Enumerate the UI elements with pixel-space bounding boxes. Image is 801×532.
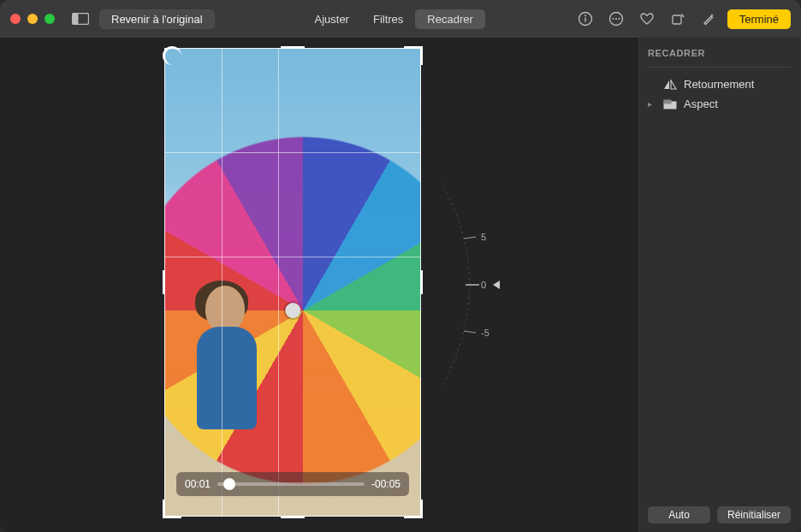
trim-track[interactable] bbox=[217, 482, 365, 486]
canvas-area: 00:01 -00:05 5 0 -5 bbox=[0, 38, 637, 532]
sidebar-toggle-icon[interactable] bbox=[68, 9, 92, 29]
edit-mode-tabs: Ajuster Filtres Recadrer bbox=[302, 9, 484, 29]
svg-point-7 bbox=[615, 18, 617, 20]
sidebar-footer: Auto Réinitialiser bbox=[648, 506, 791, 523]
svg-rect-9 bbox=[673, 15, 681, 24]
done-button[interactable]: Terminé bbox=[727, 9, 791, 29]
tab-adjust[interactable]: Ajuster bbox=[302, 9, 360, 29]
crop-handle-top-left[interactable] bbox=[163, 46, 181, 65]
trim-elapsed-label: 00:01 bbox=[185, 478, 211, 490]
dial-tick-zero: 0 bbox=[481, 280, 486, 290]
window-controls bbox=[10, 14, 55, 24]
crop-handle-top-right[interactable] bbox=[404, 46, 423, 65]
sidebar-item-label: Retournement bbox=[684, 78, 754, 91]
sidebar-title: RECADRER bbox=[648, 48, 791, 62]
revert-to-original-button[interactable]: Revenir à l'original bbox=[99, 9, 215, 29]
aspect-icon bbox=[663, 98, 677, 110]
close-window-button[interactable] bbox=[10, 14, 21, 24]
crop-handle-bottom-left[interactable] bbox=[163, 499, 181, 518]
svg-rect-3 bbox=[584, 18, 585, 22]
crop-handle-bottom[interactable] bbox=[281, 516, 305, 518]
media-preview bbox=[164, 48, 421, 517]
auto-enhance-icon[interactable] bbox=[697, 9, 721, 29]
video-trim-bar: 00:01 -00:05 bbox=[176, 472, 409, 496]
sidebar-item-aspect[interactable]: ▸ Aspect bbox=[648, 94, 791, 114]
reset-crop-button[interactable]: Réinitialiser bbox=[717, 506, 791, 523]
crop-sidebar: RECADRER Retournement ▸ Aspect Auto Réin… bbox=[637, 38, 801, 532]
svg-line-12 bbox=[464, 331, 476, 333]
divider bbox=[648, 67, 791, 68]
toolbar: Revenir à l'original Ajuster Filtres Rec… bbox=[0, 0, 801, 38]
crop-handle-right[interactable] bbox=[420, 270, 423, 294]
svg-rect-14 bbox=[664, 99, 672, 103]
more-options-icon[interactable] bbox=[604, 9, 628, 29]
svg-line-11 bbox=[464, 237, 476, 239]
favorite-heart-icon[interactable] bbox=[635, 9, 659, 29]
tab-crop[interactable]: Recadrer bbox=[415, 9, 484, 29]
crop-handle-top[interactable] bbox=[281, 46, 305, 49]
svg-rect-1 bbox=[73, 14, 79, 25]
chevron-right-icon: ▸ bbox=[648, 99, 656, 109]
svg-point-4 bbox=[584, 15, 586, 16]
fullscreen-window-button[interactable] bbox=[44, 14, 55, 24]
rotate-icon[interactable] bbox=[666, 9, 690, 29]
auto-crop-button[interactable]: Auto bbox=[648, 506, 710, 523]
svg-point-6 bbox=[612, 18, 614, 20]
trim-playhead[interactable] bbox=[223, 478, 235, 490]
dial-pointer-icon bbox=[493, 281, 500, 289]
dial-tick-minus5: -5 bbox=[481, 328, 490, 338]
content-area: 00:01 -00:05 5 0 -5 RECADRER bbox=[0, 38, 801, 532]
flip-icon bbox=[663, 79, 677, 91]
info-icon[interactable] bbox=[573, 9, 597, 29]
straighten-dial[interactable]: 5 0 -5 bbox=[433, 174, 510, 396]
crop-frame[interactable]: 00:01 -00:05 bbox=[164, 48, 421, 517]
sidebar-item-label: Aspect bbox=[684, 98, 718, 110]
crop-handle-bottom-right[interactable] bbox=[404, 499, 423, 518]
sidebar-item-flip[interactable]: Retournement bbox=[648, 74, 791, 94]
dial-tick-plus5: 5 bbox=[481, 232, 486, 242]
minimize-window-button[interactable] bbox=[27, 14, 38, 24]
tab-filters[interactable]: Filtres bbox=[361, 9, 415, 29]
trim-remaining-label: -00:05 bbox=[371, 478, 400, 490]
svg-point-8 bbox=[618, 18, 620, 20]
image-content-person bbox=[180, 286, 274, 474]
crop-handle-left[interactable] bbox=[163, 270, 165, 294]
